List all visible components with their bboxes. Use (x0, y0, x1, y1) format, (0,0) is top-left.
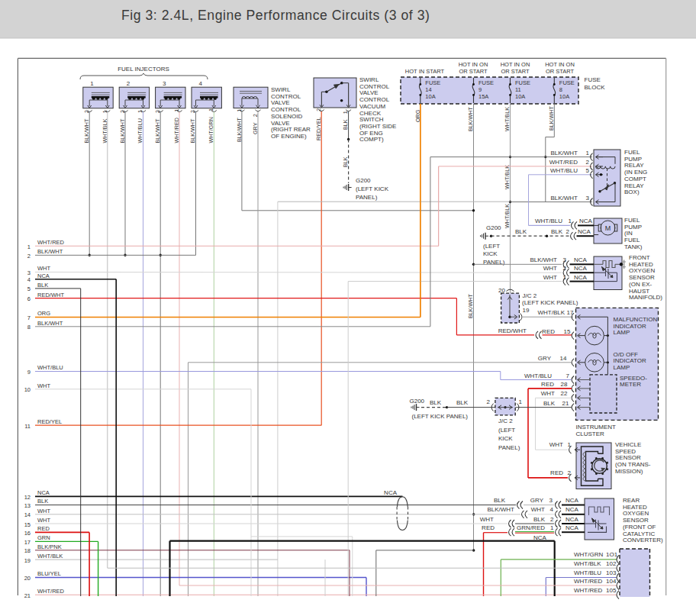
svg-text:BLK: BLK (543, 400, 556, 407)
svg-text:BLK: BLK (494, 497, 506, 504)
svg-text:FUSE: FUSE (515, 79, 530, 86)
svg-text:NCA: NCA (566, 497, 579, 504)
svg-text:FUEL: FUEL (624, 237, 640, 243)
svg-text:LAMP: LAMP (614, 364, 630, 371)
svg-text:1: 1 (27, 243, 31, 250)
svg-text:WHT: WHT (37, 517, 50, 524)
svg-text:22: 22 (561, 390, 568, 397)
svg-text:3: 3 (563, 256, 567, 263)
svg-text:RELAY: RELAY (624, 162, 644, 169)
svg-text:7: 7 (566, 373, 570, 379)
svg-text:WHT/BLU: WHT/BLU (535, 218, 562, 224)
svg-text:FUSE: FUSE (585, 76, 601, 83)
svg-text:METER: METER (620, 381, 641, 388)
svg-text:BLK/WHT: BLK/WHT (37, 320, 63, 327)
svg-text:KICK: KICK (498, 435, 513, 442)
svg-text:2: 2 (563, 265, 567, 272)
svg-text:TANK): TANK) (624, 243, 643, 250)
svg-text:BLK/WHT: BLK/WHT (467, 293, 474, 318)
svg-text:GRN/RED: GRN/RED (517, 524, 545, 531)
svg-text:SPEED: SPEED (615, 448, 636, 455)
svg-text:GRY: GRY (530, 497, 544, 504)
svg-text:19: 19 (523, 307, 530, 314)
svg-text:COMPT): COMPT) (359, 136, 384, 143)
svg-text:HEATED: HEATED (623, 504, 647, 511)
svg-text:BLK: BLK (430, 399, 442, 406)
svg-text:NCA: NCA (574, 265, 588, 272)
svg-text:15A: 15A (478, 93, 488, 100)
svg-text:MALFUNCTION: MALFUNCTION (614, 316, 658, 323)
svg-text:(LEFT KICK: (LEFT KICK (356, 185, 389, 192)
svg-text:WHT/RED: WHT/RED (574, 587, 603, 594)
svg-text:WHT/RED 1: WHT/RED 1 (173, 109, 180, 144)
svg-text:WHT/GRN: WHT/GRN (574, 551, 603, 558)
svg-text:FUEL: FUEL (624, 217, 640, 224)
svg-text:SWIRL: SWIRL (271, 86, 291, 93)
svg-text:NCA: NCA (566, 524, 579, 531)
svg-text:2: 2 (487, 398, 491, 405)
svg-text:1: 1 (569, 218, 572, 224)
svg-text:OF ENG: OF ENG (359, 130, 383, 137)
svg-text:OR START: OR START (501, 68, 530, 75)
svg-text:HOT IN ON: HOT IN ON (459, 61, 488, 68)
svg-text:BLK: BLK (37, 282, 48, 289)
svg-text:7: 7 (27, 314, 31, 321)
svg-text:WHT: WHT (480, 516, 494, 523)
svg-text:WHT/RED: WHT/RED (37, 239, 65, 246)
svg-text:(LEFT KICK PANEL): (LEFT KICK PANEL) (412, 413, 469, 420)
svg-text:COMPT: COMPT (624, 176, 646, 182)
svg-text:(RIGHT REAR: (RIGHT REAR (271, 126, 311, 133)
svg-text:BLK: BLK (515, 228, 527, 235)
svg-text:6: 6 (27, 295, 31, 302)
svg-text:M: M (605, 224, 611, 232)
svg-text:WHT: WHT (37, 508, 50, 514)
svg-text:2: 2 (568, 469, 572, 476)
svg-text:14: 14 (425, 86, 431, 93)
svg-text:HOT IN ON: HOT IN ON (501, 61, 530, 68)
svg-text:4: 4 (27, 276, 31, 283)
svg-text:14: 14 (24, 511, 31, 518)
svg-text:PUMP: PUMP (624, 224, 642, 231)
svg-text:J/C 2: J/C 2 (523, 292, 537, 299)
svg-text:3: 3 (586, 195, 590, 202)
svg-text:HOT IN START: HOT IN START (405, 68, 445, 75)
svg-text:2: 2 (27, 253, 31, 260)
svg-text:(RIGHT SIDE: (RIGHT SIDE (359, 123, 396, 130)
svg-text:VALVE: VALVE (271, 120, 290, 127)
svg-text:BLK/WHT: BLK/WHT (550, 195, 578, 202)
svg-text:OR START: OR START (459, 68, 488, 75)
svg-text:BLK: BLK (37, 498, 48, 505)
svg-text:BLOCK: BLOCK (585, 84, 606, 91)
svg-text:20: 20 (498, 287, 505, 294)
svg-text:WHT: WHT (37, 265, 50, 272)
svg-text:G200: G200 (486, 224, 501, 231)
svg-text:LAMP: LAMP (614, 329, 630, 336)
svg-text:NCA: NCA (579, 218, 593, 224)
svg-text:18: 18 (24, 547, 31, 554)
svg-text:NCA: NCA (37, 273, 50, 279)
svg-text:WHT/BLU: WHT/BLU (37, 364, 63, 371)
svg-text:PUMP: PUMP (624, 156, 642, 163)
svg-text:OF ENGINE): OF ENGINE) (271, 133, 307, 140)
svg-text:REAR: REAR (623, 497, 640, 504)
svg-text:RED/YEL: RED/YEL (37, 418, 62, 425)
svg-text:INSTRUMENT: INSTRUMENT (576, 424, 617, 431)
svg-text:3: 3 (549, 497, 553, 504)
svg-text:RED: RED (541, 381, 554, 388)
svg-text:3: 3 (27, 269, 31, 276)
svg-text:1: 1 (563, 274, 567, 281)
svg-text:WHT/BLK: WHT/BLK (504, 107, 511, 131)
svg-text:NCA: NCA (574, 256, 588, 263)
svg-text:WHT/BLK: WHT/BLK (504, 165, 511, 189)
svg-text:21: 21 (562, 400, 569, 407)
svg-text:4: 4 (550, 506, 554, 513)
svg-text:FUSE: FUSE (425, 79, 440, 86)
svg-text:WHT/BLK 1: WHT/BLK 1 (102, 110, 108, 143)
svg-text:VALVE: VALVE (271, 99, 290, 106)
svg-text:HAUST: HAUST (629, 288, 649, 295)
svg-text:HOT IN ON: HOT IN ON (545, 61, 575, 68)
svg-text:WHT: WHT (531, 506, 545, 513)
svg-text:CHECK: CHECK (359, 110, 382, 117)
svg-text:WHT/BLK: WHT/BLK (574, 560, 601, 567)
svg-text:PANEL): PANEL) (498, 444, 520, 451)
